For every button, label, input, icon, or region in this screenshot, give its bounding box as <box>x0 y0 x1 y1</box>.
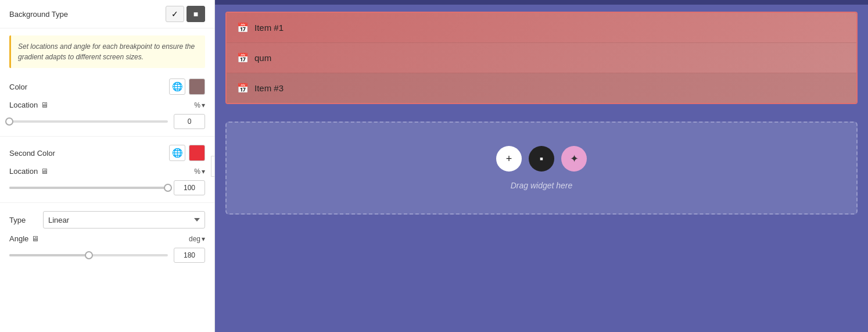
slider-track-2[interactable] <box>9 187 168 189</box>
slider-track-1[interactable] <box>9 120 168 123</box>
drag-sparkle-button[interactable]: ✦ <box>561 146 587 172</box>
angle-label: Angle 🖥 <box>9 234 39 243</box>
list-item-label-2: qum <box>254 53 271 63</box>
calendar-icon-2: 📅 <box>237 52 249 63</box>
list-item[interactable]: 📅 Item #3 <box>227 73 856 103</box>
slider-input-1[interactable] <box>174 114 205 129</box>
calendar-icon-3: 📅 <box>237 83 249 94</box>
monitor-icon-3: 🖥 <box>31 234 39 243</box>
slider-thumb-1[interactable] <box>5 117 13 126</box>
monitor-icon-1: 🖥 <box>41 101 48 109</box>
calendar-icon-1: 📅 <box>237 22 249 33</box>
globe-icon-2: 🌐 <box>172 148 183 158</box>
drag-widget-label: Drag widget here <box>511 181 573 190</box>
color-row: Color 🌐 <box>0 75 214 98</box>
location-label-2: Location 🖥 <box>9 167 48 176</box>
left-panel: Background Type ✓ ■ Set locations and an… <box>0 0 215 332</box>
second-color-row: Second Color 🌐 <box>0 141 214 165</box>
drag-widget-area[interactable]: + ▪ ✦ Drag widget here <box>225 122 858 215</box>
location-row-1: Location 🖥 % ▾ <box>0 98 214 112</box>
drag-folder-button[interactable]: ▪ <box>529 146 554 172</box>
info-box: Set locations and angle for each breakpo… <box>9 35 205 68</box>
angle-slider-fill <box>9 254 89 256</box>
second-color-swatch[interactable] <box>189 145 205 161</box>
divider-2 <box>0 202 214 203</box>
deg-selector[interactable]: deg ▾ <box>189 235 205 243</box>
list-item-label-1: Item #1 <box>254 23 284 33</box>
background-type-label: Background Type <box>9 10 68 19</box>
top-bar <box>215 0 868 5</box>
slider-fill-2 <box>9 187 168 189</box>
slider-row-2 <box>0 178 214 198</box>
bg-type-buttons: ✓ ■ <box>166 6 205 22</box>
angle-slider-track[interactable] <box>9 254 168 256</box>
right-panel: 📅 Item #1 📅 qum 📅 Item #3 + ▪ ✦ Drag wid… <box>215 0 868 332</box>
slider-thumb-2[interactable] <box>164 184 172 192</box>
color-globe-btn[interactable]: 🌐 <box>169 78 185 95</box>
location-row-2: Location 🖥 % ▾ <box>0 165 214 178</box>
type-select[interactable]: Linear Radial <box>43 211 205 229</box>
second-color-label: Second Color <box>9 149 55 158</box>
second-color-globe-btn[interactable]: 🌐 <box>169 145 185 161</box>
type-label: Type <box>9 216 38 224</box>
color-swatch[interactable] <box>189 78 205 95</box>
angle-row: Angle 🖥 deg ▾ <box>0 232 214 245</box>
type-row: Type Linear Radial <box>0 208 214 232</box>
angle-slider-row <box>0 245 214 265</box>
second-color-controls: 🌐 <box>169 145 205 161</box>
angle-input[interactable] <box>174 248 205 263</box>
location-label-1: Location 🖥 <box>9 101 48 109</box>
globe-icon: 🌐 <box>172 81 183 92</box>
drag-add-button[interactable]: + <box>496 146 522 172</box>
slider-row-1 <box>0 112 214 131</box>
drag-buttons: + ▪ ✦ <box>496 146 587 172</box>
unit-selector-2[interactable]: % ▾ <box>194 167 205 176</box>
list-area: 📅 Item #1 📅 qum 📅 Item #3 <box>225 12 858 104</box>
list-item[interactable]: 📅 qum <box>227 42 856 73</box>
slider-input-2[interactable] <box>174 180 205 195</box>
list-item-label-3: Item #3 <box>254 83 284 93</box>
background-type-row: Background Type ✓ ■ <box>0 0 214 28</box>
bg-type-check-btn[interactable]: ✓ <box>166 6 184 22</box>
color-label: Color <box>9 83 27 91</box>
monitor-icon-2: 🖥 <box>41 167 48 176</box>
list-item[interactable]: 📅 Item #1 <box>227 13 856 42</box>
collapse-button[interactable]: ‹ <box>211 156 215 177</box>
unit-selector-1[interactable]: % ▾ <box>194 101 205 109</box>
bg-type-square-btn[interactable]: ■ <box>186 6 205 22</box>
angle-slider-thumb[interactable] <box>85 251 93 259</box>
divider-1 <box>0 136 214 137</box>
color-controls: 🌐 <box>169 78 205 95</box>
